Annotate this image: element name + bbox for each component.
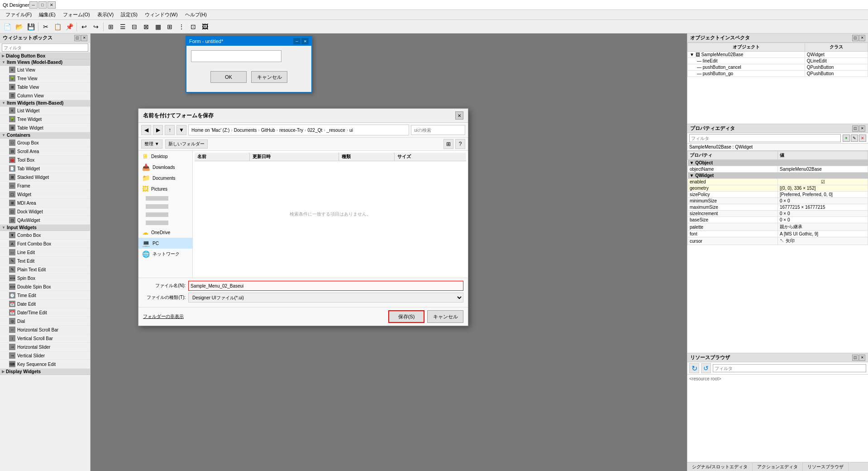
open-btn[interactable]: 📂 [14,21,24,32]
widget-h-scrollbar[interactable]: ↔Horizontal Scroll Bar [0,326,90,334]
props-del-btn[interactable]: ✕ [859,135,866,142]
widget-time-edit[interactable]: 🕐Time Edit [0,291,90,300]
category-dialog-button-box[interactable]: ▶ Dialog Button Box [0,53,90,59]
view-toggle-btn[interactable]: ⊞ [444,139,453,149]
tab-resource-browser[interactable]: リソースブラウザ [803,463,849,471]
minimize-btn[interactable]: ─ [29,1,38,9]
widget-frame[interactable]: ▭Frame [0,182,90,190]
widget-list-widget[interactable]: ≡List Widget [0,106,90,115]
layout-btn6[interactable]: ⊞ [164,21,175,32]
props-row-palette[interactable]: palette 親から継承 [688,223,868,231]
widget-h-slider[interactable]: ⊸Horizontal Slider [0,343,90,351]
undo-btn[interactable]: ↩ [79,21,90,32]
widget-filter-input[interactable] [2,43,88,52]
menu-edit[interactable]: 編集(E) [35,10,59,19]
props-row-sizepolicy[interactable]: sizePolicy [Preferred, Preferred, 0, 0] [688,192,868,198]
widget-date-edit[interactable]: 📅Date Edit [0,300,90,308]
props-row-minsize[interactable]: minimumSize 0 × 0 [688,198,868,204]
new-folder-btn[interactable]: 新しいフォルダー [165,139,208,149]
widget-widget[interactable]: ▢Widget [0,190,90,199]
resource-add-btn[interactable]: ↻ [689,363,699,373]
widget-double-spin-box[interactable]: ⟺Double Spin Box [0,283,90,291]
category-display-widgets[interactable]: ▶ Display Widgets [0,369,90,375]
nav-up-btn[interactable]: ↑ [165,125,175,135]
layout-btn2[interactable]: ☰ [117,21,128,32]
sidebar-item-gray2[interactable] [138,202,192,211]
nav-back-btn[interactable]: ◀ [141,125,151,135]
widget-table-widget[interactable]: ⊞Table Widget [0,124,90,132]
props-row-font[interactable]: font A [MS UI Gothic, 9] [688,231,868,237]
sidebar-item-gray3[interactable] [138,211,192,219]
category-containers[interactable]: ▼ Containers [0,132,90,139]
menu-file[interactable]: ファイル(F) [2,10,35,19]
widget-box-close-btn[interactable]: ✕ [81,35,87,41]
category-item-views[interactable]: ▼ Item Views (Model-Based) [0,59,90,66]
copy-btn[interactable]: 📋 [52,21,63,32]
col-size[interactable]: サイズ [395,153,466,161]
widget-box-float-btn[interactable]: ◫ [74,35,81,41]
menu-view[interactable]: 表示(V) [94,10,118,19]
widget-tree-widget[interactable]: 🌳Tree Widget [0,115,90,124]
widget-plain-text-edit[interactable]: ✎Plain Text Edit [0,265,90,274]
props-row-geometry[interactable]: geometry [(0, 0), 336 × 152] [688,185,868,192]
props-float[interactable]: ◫ [852,125,858,132]
save-btn[interactable]: 💾 [25,21,36,32]
props-row-objectname[interactable]: objectName SampleMenu02Base [688,166,868,173]
props-close[interactable]: ✕ [859,125,865,132]
filetype-select[interactable]: Designer UIファイル(*.ui) [188,293,463,303]
widget-mdi-area[interactable]: ⊞MDI Area [0,199,90,207]
dialog-search-input[interactable] [411,125,465,135]
props-filter-input[interactable] [689,134,841,142]
category-input-widgets[interactable]: ▼ Input Widgets [0,225,90,231]
props-row-enabled[interactable]: enabled ☑ [688,179,868,185]
form-close-btn[interactable]: ✕ [301,38,309,44]
widget-line-edit[interactable]: —Line Edit [0,248,90,257]
resource-close-btn[interactable]: ✕ [859,355,865,361]
menu-form[interactable]: フォーム(O) [59,10,94,19]
widget-table-view[interactable]: ⊞Table View [0,83,90,91]
obj-inspector-float[interactable]: ◫ [852,35,858,41]
widget-dial[interactable]: ◎Dial [0,317,90,326]
inspector-row-1[interactable]: — lineEdit QLineEdit [688,58,868,64]
dialog-close-btn[interactable]: ✕ [455,111,463,120]
sidebar-item-gray4[interactable] [138,219,192,227]
widget-v-scrollbar[interactable]: ↕Vertical Scroll Bar [0,334,90,343]
col-name[interactable]: 名前 [195,153,249,161]
center-design-area[interactable]: Form - untitled* ─ ✕ OK キャンセル 名前を付けてフォーム… [91,34,687,471]
layout-btn9[interactable]: 🖼 [200,21,210,32]
save-dialog-cancel-btn[interactable]: キャンセル [427,310,463,323]
widget-tree-view[interactable]: 🌳Tree View [0,74,90,83]
props-row-cursor[interactable]: cursor ↖ 矢印 [688,237,868,245]
sidebar-documents[interactable]: 📁 Documents [138,173,192,183]
inspector-row-3[interactable]: — pushButton_go QPushButton [688,71,868,77]
inspector-row-0[interactable]: ▼ 🖼 SampleMenu02Base QWidget [688,52,868,58]
sidebar-onedrive[interactable]: ☁ OneDrive [138,227,192,238]
col-date[interactable]: 更新日時 [249,153,339,161]
sidebar-pc[interactable]: 💻 PC [138,238,192,249]
category-item-widgets[interactable]: ▼ Item Widgets (Item-Based) [0,100,90,106]
sidebar-item-gray1[interactable] [138,194,192,202]
nav-recent-btn[interactable]: ▼ [176,125,186,135]
filename-input[interactable] [188,281,463,291]
layout-btn3[interactable]: ⊟ [129,21,140,32]
widget-combo-box[interactable]: ▼Combo Box [0,231,90,240]
form-ok-btn[interactable]: OK [210,71,247,83]
layout-btn7[interactable]: ⋮ [176,21,187,32]
resource-refresh-btn[interactable]: ↺ [701,363,711,373]
sidebar-network[interactable]: 🌐 ネットワーク [138,249,192,260]
obj-inspector-close[interactable]: ✕ [859,35,865,41]
new-btn[interactable]: 📄 [2,21,13,32]
widget-tool-box[interactable]: 🧰Tool Box [0,156,90,164]
widget-stacked-widget[interactable]: ⊠Stacked Widget [0,173,90,182]
menu-help[interactable]: ヘルプ(H) [181,10,210,19]
nav-forward-btn[interactable]: ▶ [153,125,163,135]
layout-btn5[interactable]: ▦ [153,21,163,32]
widget-column-view[interactable]: ☰Column View [0,91,90,100]
layout-btn8[interactable]: ⊡ [188,21,199,32]
widget-group-box[interactable]: □Group Box [0,139,90,147]
form-minimize-btn[interactable]: ─ [293,38,300,44]
tab-signal-slot[interactable]: シグナル/スロットエディタ [687,463,753,471]
widget-dock-widget[interactable]: ◫Dock Widget [0,207,90,216]
widget-text-edit[interactable]: ✎Text Edit [0,257,90,265]
props-edit-btn[interactable]: ✎ [851,135,858,142]
